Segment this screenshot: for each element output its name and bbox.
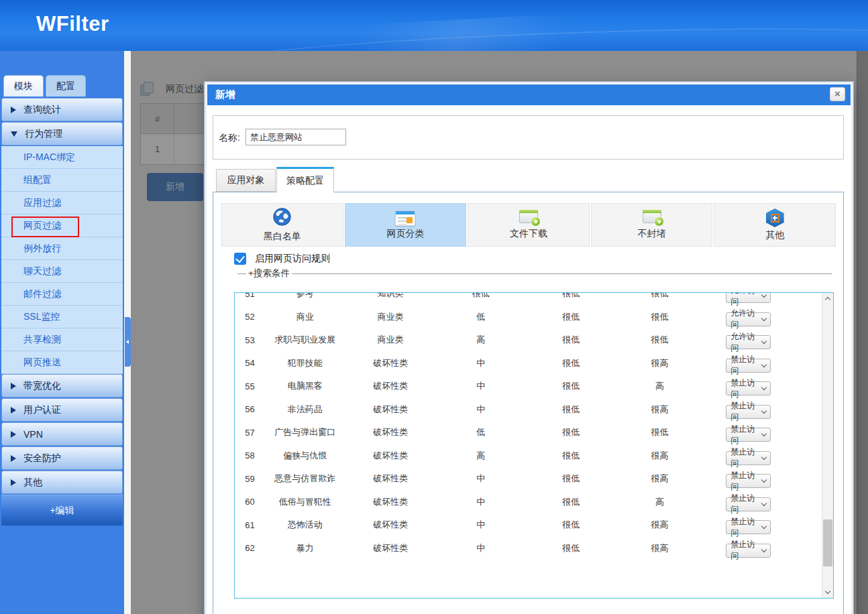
app-header: WFilter bbox=[0, 0, 868, 51]
rule-risk-1: 低 bbox=[435, 311, 526, 323]
chevron-down-icon bbox=[761, 315, 767, 320]
rule-id: 53 bbox=[235, 335, 265, 345]
action-select[interactable]: 禁止访问 bbox=[726, 497, 771, 511]
action-select[interactable]: 禁止访问 bbox=[726, 405, 771, 419]
sidebar-item-label: 共享检测 bbox=[23, 334, 61, 346]
rule-risk-3: 很高 bbox=[616, 357, 704, 369]
action-select[interactable]: 允许访问 bbox=[726, 335, 771, 349]
scroll-up-icon[interactable] bbox=[822, 293, 833, 304]
sidebar-item[interactable]: 应用过滤 bbox=[1, 192, 123, 214]
edit-button[interactable]: +编辑 bbox=[1, 495, 123, 526]
sidebar-item-label: 其他 bbox=[23, 477, 42, 489]
category-no-block[interactable]: 不封堵 bbox=[591, 203, 713, 247]
sidebar-item-label: 例外放行 bbox=[23, 243, 61, 255]
expand-arrow-icon bbox=[11, 407, 16, 414]
sidebar-item[interactable]: 行为管理 bbox=[1, 122, 123, 145]
rule-category-group: 破坏性类 bbox=[345, 496, 436, 508]
sidebar-item[interactable]: 安全防护 bbox=[1, 446, 123, 470]
rule-risk-2: 很低 bbox=[526, 334, 616, 346]
sidebar-item[interactable]: 网页推送 bbox=[1, 351, 123, 374]
rule-category-group: 商业类 bbox=[345, 311, 436, 323]
expand-arrow-icon bbox=[11, 131, 17, 137]
action-select[interactable]: 禁止访问 bbox=[726, 474, 771, 488]
sidebar-item-label: 网页推送 bbox=[23, 357, 61, 369]
sidebar-item[interactable]: 其他 bbox=[1, 471, 123, 494]
tab-apply-objects[interactable]: 应用对象 bbox=[216, 169, 276, 192]
name-label: 名称: bbox=[219, 132, 240, 144]
rule-risk-2: 很低 bbox=[526, 311, 616, 323]
rule-risk-1: 中 bbox=[435, 496, 526, 508]
sidebar-menu: 查询统计 行为管理 IP-MAC绑定 组配置 应用过滤 bbox=[0, 98, 124, 526]
sidebar-item-label: 聊天过滤 bbox=[23, 265, 61, 278]
rule-category-name: 暴力 bbox=[265, 542, 345, 554]
category-web-classification[interactable]: 网页分类 bbox=[345, 203, 467, 247]
sidebar-item[interactable]: 网页过滤 bbox=[1, 214, 123, 237]
rule-risk-3: 很低 bbox=[616, 311, 704, 323]
chevron-down-icon bbox=[761, 292, 767, 298]
enable-rule-checkbox[interactable] bbox=[234, 253, 246, 265]
modal-header: 新增 bbox=[207, 84, 851, 105]
action-select[interactable]: 禁止访问 bbox=[726, 359, 771, 373]
action-select[interactable]: 允许访问 bbox=[726, 312, 771, 326]
sidebar-item[interactable]: SSL监控 bbox=[1, 306, 123, 328]
tab-modules[interactable]: 模块 bbox=[3, 75, 44, 97]
rule-id: 52 bbox=[235, 312, 265, 322]
name-input[interactable] bbox=[246, 129, 346, 145]
rule-risk-2: 很低 bbox=[526, 542, 616, 554]
rule-id: 61 bbox=[235, 520, 265, 530]
rule-id: 57 bbox=[235, 428, 265, 438]
rule-risk-3: 高 bbox=[616, 496, 704, 508]
action-select[interactable]: 允许访问 bbox=[726, 292, 771, 303]
expand-arrow-icon bbox=[11, 107, 16, 113]
category-other[interactable]: 其他 bbox=[714, 203, 836, 247]
modal-title: 新增 bbox=[215, 88, 235, 101]
action-select[interactable]: 禁止访问 bbox=[726, 520, 771, 534]
chevron-down-icon bbox=[761, 431, 767, 436]
scrollbar-thumb[interactable] bbox=[823, 519, 832, 566]
policy-config-panel: 黑白名单 网页分类 文件下载 不封堵 bbox=[213, 192, 844, 614]
sidebar-item[interactable]: VPN bbox=[1, 422, 123, 446]
sidebar-item[interactable]: 邮件过滤 bbox=[1, 283, 123, 306]
rule-risk-2: 很低 bbox=[526, 404, 616, 416]
rule-category-group: 商业类 bbox=[345, 334, 436, 346]
rules-table-scrollbar[interactable] bbox=[822, 293, 833, 598]
webpage-icon bbox=[395, 210, 415, 226]
action-select[interactable]: 禁止访问 bbox=[726, 428, 771, 442]
globe-icon bbox=[272, 207, 292, 229]
rule-risk-1: 很低 bbox=[435, 292, 526, 300]
sidebar-item[interactable]: IP-MAC绑定 bbox=[1, 146, 123, 169]
close-icon[interactable]: × bbox=[830, 87, 845, 101]
scroll-down-icon[interactable] bbox=[822, 587, 833, 598]
tab-config[interactable]: 配置 bbox=[46, 75, 86, 97]
action-select[interactable]: 禁止访问 bbox=[726, 544, 771, 558]
sidebar-item[interactable]: 共享检测 bbox=[1, 328, 123, 351]
chevron-down-icon bbox=[761, 385, 767, 390]
rule-risk-1: 高 bbox=[435, 450, 526, 462]
rule-risk-3: 很高 bbox=[616, 542, 704, 554]
sidebar-item[interactable]: 用户认证 bbox=[1, 398, 123, 422]
category-file-download[interactable]: 文件下载 bbox=[468, 203, 590, 247]
sidebar-item[interactable]: 例外放行 bbox=[1, 237, 123, 260]
rule-row: 59 恶意与仿冒欺诈 破坏性类 中 很低 很高 禁止访问 bbox=[235, 467, 822, 491]
action-select[interactable]: 禁止访问 bbox=[726, 381, 771, 395]
enable-rule-row: 启用网页访问规则 bbox=[234, 253, 330, 265]
sidebar-item[interactable]: 聊天过滤 bbox=[1, 260, 123, 283]
category-blackwhite-list[interactable]: 黑白名单 bbox=[221, 203, 343, 247]
rule-row: 57 广告与弹出窗口 破坏性类 低 很低 很低 禁止访问 bbox=[235, 421, 822, 444]
action-select[interactable]: 禁止访问 bbox=[726, 451, 771, 465]
sidebar-collapse-handle[interactable] bbox=[125, 317, 131, 367]
sidebar-item-label: 安全防护 bbox=[23, 452, 61, 465]
rule-risk-1: 中 bbox=[435, 357, 526, 369]
sidebar-item[interactable]: 带宽优化 bbox=[1, 374, 123, 397]
tab-policy-config[interactable]: 策略配置 bbox=[276, 167, 334, 192]
rule-category-name: 犯罪技能 bbox=[265, 357, 345, 369]
chevron-down-icon bbox=[761, 500, 767, 505]
folder-allow-icon bbox=[643, 210, 661, 223]
category-label: 文件下载 bbox=[510, 228, 547, 240]
rule-category-name: 电脑黑客 bbox=[265, 380, 345, 392]
rule-id: 58 bbox=[235, 450, 265, 460]
sidebar-item[interactable]: 组配置 bbox=[1, 169, 123, 192]
search-conditions-legend[interactable]: +搜索条件 bbox=[237, 267, 832, 280]
sidebar-item-label: IP-MAC绑定 bbox=[23, 151, 75, 164]
sidebar-item[interactable]: 查询统计 bbox=[1, 98, 123, 121]
